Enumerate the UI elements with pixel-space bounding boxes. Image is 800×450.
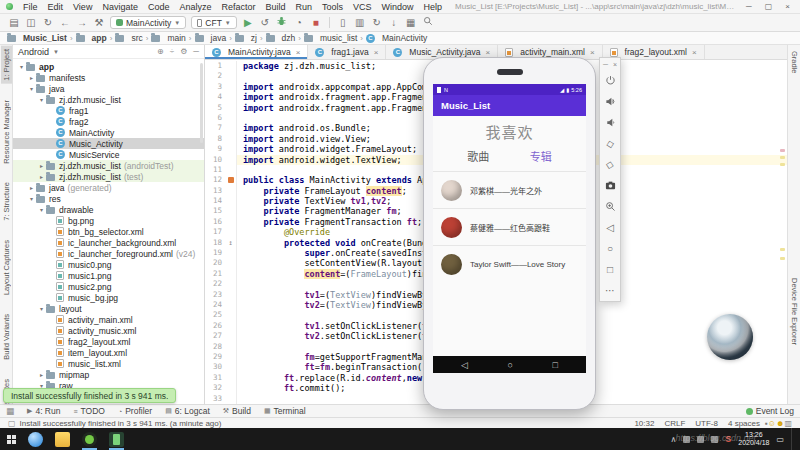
menu-tools[interactable]: Tools — [317, 2, 348, 12]
layout-inspector-icon[interactable]: ▦ — [405, 16, 417, 30]
tree-item-ic-launcher-foreground-xml[interactable]: ic_launcher_foreground.xml (v24) — [13, 248, 204, 259]
menu-navigate[interactable]: Navigate — [97, 2, 143, 12]
tree-item-mainactivity[interactable]: MainActivity — [13, 127, 204, 138]
app-tab-2[interactable]: 专辑 — [530, 148, 552, 164]
taskbar-explorer-icon[interactable] — [55, 432, 70, 447]
tool-stripe-build-variants[interactable]: Build Variants — [1, 311, 12, 363]
emulator-zoom-icon[interactable] — [600, 196, 620, 217]
tree-arrow[interactable]: ▸ — [37, 173, 46, 180]
tree-arrow[interactable]: ▾ — [27, 85, 36, 92]
breadcrumb-item-music-list[interactable]: Music_List — [5, 33, 69, 43]
tree-item-activity-main-xml[interactable]: activity_main.xml — [13, 314, 204, 325]
minimize-button[interactable]: ─ — [746, 2, 752, 11]
event-log-button[interactable]: Event Log — [746, 406, 794, 416]
close-tab-icon[interactable]: × — [692, 48, 697, 57]
breadcrumb-item-music-list[interactable]: music_list — [302, 33, 359, 43]
tree-item-frag2-layout-xml[interactable]: frag2_layout.xml — [13, 336, 204, 347]
status-message[interactable]: Install successfully finished in 3 s 941… — [20, 419, 222, 428]
stripe-mark[interactable] — [780, 257, 785, 260]
toolwindow-profiler[interactable]: ◔Profiler — [118, 406, 152, 416]
highlight-level-icon[interactable]: ☺ — [768, 419, 776, 428]
nav-home-icon[interactable]: ○ — [508, 360, 513, 370]
emulator-back-icon[interactable]: ◁ — [600, 217, 620, 238]
tree-item-java[interactable]: ▾java — [13, 83, 204, 94]
tool-stripe-7-structure[interactable]: 7: Structure — [1, 179, 12, 224]
menu-code[interactable]: Code — [143, 2, 175, 12]
tree-arrow[interactable]: ▾ — [37, 305, 46, 312]
tree-item-frag2[interactable]: frag2 — [13, 116, 204, 127]
close-tab-icon[interactable]: × — [374, 48, 379, 57]
taskbar-browser-icon[interactable] — [28, 432, 43, 447]
breadcrumb-item-main[interactable]: main — [149, 33, 187, 43]
save-all-icon[interactable]: ◫ — [25, 16, 37, 30]
emulator-screenshot-icon[interactable] — [600, 175, 620, 196]
tool-stripe-gradle[interactable]: Gradle — [789, 48, 800, 77]
menu-help[interactable]: Help — [419, 2, 448, 12]
stop-button[interactable]: ■ — [310, 16, 322, 30]
stripe-mark[interactable] — [780, 163, 785, 166]
toolwindow-terminal[interactable]: ▦Terminal — [264, 406, 306, 416]
nav-back-icon[interactable]: ◁ — [461, 360, 468, 370]
sync-icon[interactable]: ↻ — [42, 16, 54, 30]
tree-item-btn-bg-selector-xml[interactable]: btn_bg_selector.xml — [13, 226, 204, 237]
indent-setting[interactable]: 4 spaces — [723, 419, 765, 428]
sdk-manager-icon[interactable]: ↓ — [388, 16, 400, 30]
menu-view[interactable]: View — [68, 2, 97, 12]
tab-frag1-java[interactable]: frag1.java× — [308, 45, 386, 59]
breadcrumb-item-src[interactable]: src — [113, 33, 144, 43]
forward-icon[interactable]: → — [76, 16, 88, 30]
reader-mode-icon[interactable]: ▥ — [784, 419, 792, 428]
tree-item-item-layout-xml[interactable]: item_layout.xml — [13, 347, 204, 358]
close-tab-icon[interactable]: × — [296, 48, 301, 57]
tree-item-bg-png[interactable]: bg.png — [13, 215, 204, 226]
select-opened-file-icon[interactable]: ⊕ — [157, 47, 164, 56]
run-configuration-select[interactable]: MainActivity ▼ — [110, 16, 186, 29]
song-row[interactable]: Taylor Swift——Love Story — [433, 245, 586, 282]
tree-item-activity-music-xml[interactable]: activity_music.xml — [13, 325, 204, 336]
menu-edit[interactable]: Edit — [43, 2, 69, 12]
tree-item-java[interactable]: ▸java (generated) — [13, 182, 204, 193]
tree-item-frag1[interactable]: frag1 — [13, 105, 204, 116]
tray-icon[interactable] — [683, 436, 690, 443]
tree-item-manifests[interactable]: ▸manifests — [13, 72, 204, 83]
nav-overview-icon[interactable]: □ — [553, 360, 558, 370]
tree-item-music-activity[interactable]: Music_Activity — [13, 138, 204, 149]
tree-item-mipmap[interactable]: ▸mipmap — [13, 369, 204, 380]
tree-item-music-list-xml[interactable]: music_list.xml — [13, 358, 204, 369]
tree-arrow[interactable]: ▸ — [27, 184, 36, 191]
emulator-rotate-right-icon[interactable]: ◇ — [598, 152, 622, 177]
tree-item-app[interactable]: ▾app — [13, 61, 204, 72]
show-desktop-button[interactable] — [791, 428, 796, 450]
open-icon[interactable]: ▤ — [8, 16, 20, 30]
toolwindow-4-run[interactable]: ▶4: Run — [27, 406, 60, 416]
attach-debugger-icon[interactable]: ▯ — [337, 16, 349, 30]
tray-ime-icon[interactable]: S — [725, 434, 731, 444]
song-row[interactable]: 蔡健雅——红色高跟鞋 — [433, 208, 586, 245]
toolwindow-build[interactable]: ⚒Build — [223, 406, 251, 416]
tray-icon[interactable] — [711, 436, 718, 443]
device-manager-icon[interactable]: ▥ — [354, 16, 366, 30]
start-button[interactable] — [7, 435, 16, 444]
back-icon[interactable]: ← — [59, 16, 71, 30]
notification-center-icon[interactable]: ▭ — [776, 435, 784, 444]
project-scrollbar[interactable] — [200, 63, 203, 143]
tree-item-drawable[interactable]: ▾drawable — [13, 204, 204, 215]
tree-item-zj-dzh-music-list[interactable]: ▸zj.dzh.music_list (test) — [13, 171, 204, 182]
tree-item-music0-png[interactable]: music0.png — [13, 259, 204, 270]
taskbar-android-studio-icon[interactable] — [82, 432, 97, 447]
tree-arrow[interactable]: ▸ — [27, 74, 36, 81]
breadcrumb-item-java[interactable]: java — [193, 33, 229, 43]
emulator-overview-icon[interactable]: □ — [600, 259, 620, 280]
caret-position[interactable]: 10:32 — [629, 419, 659, 428]
tree-arrow[interactable]: ▾ — [37, 206, 46, 213]
close-tab-icon[interactable]: × — [486, 48, 491, 57]
app-tab-1[interactable]: 歌曲 — [467, 148, 489, 164]
breadcrumb-item-app[interactable]: app — [74, 33, 109, 43]
tray-expand-icon[interactable]: ∧ — [670, 435, 676, 444]
tab-mainactivity-java[interactable]: MainActivity.java× — [205, 45, 308, 59]
emulator-power-icon[interactable] — [600, 70, 620, 91]
tree-item-ic-launcher-background-xml[interactable]: ic_launcher_background.xml — [13, 237, 204, 248]
tree-item-res[interactable]: ▾res — [13, 193, 204, 204]
breadcrumb-item-mainactivity[interactable]: MainActivity — [364, 33, 429, 43]
tree-arrow[interactable]: ▾ — [17, 63, 26, 70]
